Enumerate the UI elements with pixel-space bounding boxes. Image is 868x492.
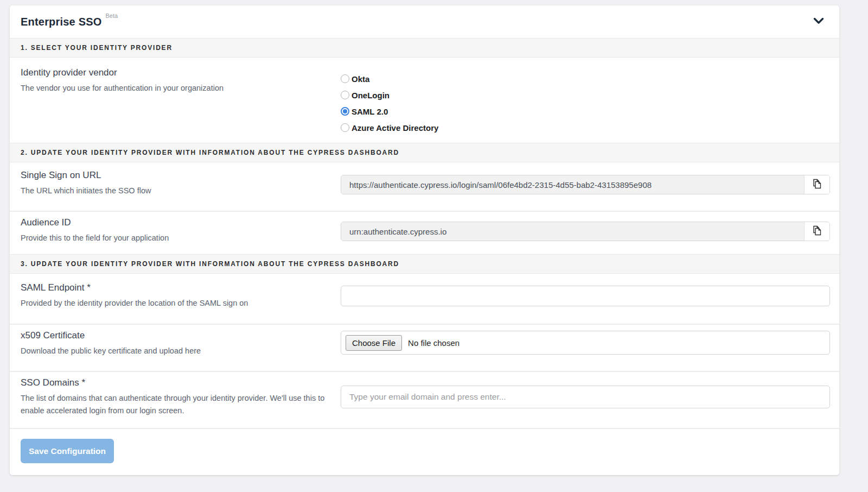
radio-label: OneLogin bbox=[352, 91, 390, 100]
field-row-sso-domains: SSO Domains * The list of domains that c… bbox=[10, 372, 839, 429]
single-sign-on-url-input[interactable] bbox=[341, 175, 805, 194]
vendor-radio-group: Okta OneLogin SAML 2.0 Azure Active Dire… bbox=[341, 71, 830, 136]
audience-id-group bbox=[341, 222, 830, 241]
field-description: The list of domains that can authenticat… bbox=[21, 392, 333, 417]
radio-azure-active-directory[interactable]: Azure Active Directory bbox=[341, 119, 830, 136]
radio-okta[interactable]: Okta bbox=[341, 71, 830, 87]
copy-icon bbox=[812, 225, 822, 238]
single-sign-on-url-group bbox=[341, 175, 830, 194]
certificate-file-input: Choose File No file chosen bbox=[341, 331, 830, 355]
field-label: Single Sign on URL bbox=[21, 170, 341, 181]
field-label: SSO Domains * bbox=[21, 377, 341, 388]
radio-icon bbox=[341, 74, 349, 83]
field-label: x509 Certificate bbox=[21, 330, 341, 341]
section-heading-update-idp-info-2: 3. UPDATE YOUR IDENTITY PROVIDER WITH IN… bbox=[10, 254, 839, 274]
radio-label: SAML 2.0 bbox=[352, 107, 388, 116]
radio-onelogin[interactable]: OneLogin bbox=[341, 87, 830, 103]
radio-saml-2-0[interactable]: SAML 2.0 bbox=[341, 103, 830, 119]
copy-sso-url-button[interactable] bbox=[805, 175, 829, 194]
enterprise-sso-panel: Enterprise SSO Beta 1. SELECT YOUR IDENT… bbox=[10, 5, 839, 475]
file-chosen-status: No file chosen bbox=[408, 338, 459, 348]
collapse-panel-button[interactable] bbox=[811, 15, 826, 29]
field-row-identity-provider-vendor: Identity provider vendor The vendor you … bbox=[10, 58, 839, 143]
field-row-x509-certificate: x509 Certificate Download the public key… bbox=[10, 325, 839, 372]
field-row-audience-id: Audience ID Provide this to the field fo… bbox=[10, 212, 839, 254]
section-heading-select-identity-provider: 1. SELECT YOUR IDENTITY PROVIDER bbox=[10, 38, 839, 58]
radio-icon bbox=[341, 107, 349, 116]
field-label: Audience ID bbox=[21, 217, 341, 228]
chevron-down-icon bbox=[813, 17, 824, 27]
radio-label: Okta bbox=[352, 74, 369, 84]
choose-file-button[interactable]: Choose File bbox=[346, 335, 402, 351]
field-description: Provided by the identity provider the lo… bbox=[21, 297, 333, 310]
field-label: SAML Endpoint * bbox=[21, 282, 341, 293]
panel-title: Enterprise SSO bbox=[21, 16, 102, 28]
audience-id-input[interactable] bbox=[341, 222, 805, 241]
panel-header: Enterprise SSO Beta bbox=[10, 5, 839, 38]
copy-audience-id-button[interactable] bbox=[805, 222, 829, 241]
field-description: Provide this to the field for your appli… bbox=[21, 232, 333, 244]
field-row-single-sign-on-url: Single Sign on URL The URL which initiat… bbox=[10, 162, 839, 212]
radio-icon bbox=[341, 123, 349, 132]
beta-badge: Beta bbox=[106, 12, 118, 19]
radio-label: Azure Active Directory bbox=[352, 123, 438, 133]
sso-domains-input[interactable] bbox=[341, 386, 830, 408]
radio-icon bbox=[341, 91, 349, 99]
copy-icon bbox=[812, 178, 822, 191]
field-label: Identity provider vendor bbox=[21, 67, 341, 78]
saml-endpoint-input[interactable] bbox=[341, 286, 830, 306]
section-heading-update-idp-info: 2. UPDATE YOUR IDENTITY PROVIDER WITH IN… bbox=[10, 143, 839, 162]
field-row-saml-endpoint: SAML Endpoint * Provided by the identity… bbox=[10, 274, 839, 325]
field-description: Download the public key certificate and … bbox=[21, 345, 333, 357]
field-description: The URL which initiates the SSO flow bbox=[21, 185, 333, 197]
footer-row: Save Configuration bbox=[10, 429, 839, 475]
field-description: The vendor you use for authentication in… bbox=[21, 82, 333, 94]
save-configuration-button[interactable]: Save Configuration bbox=[21, 439, 114, 463]
